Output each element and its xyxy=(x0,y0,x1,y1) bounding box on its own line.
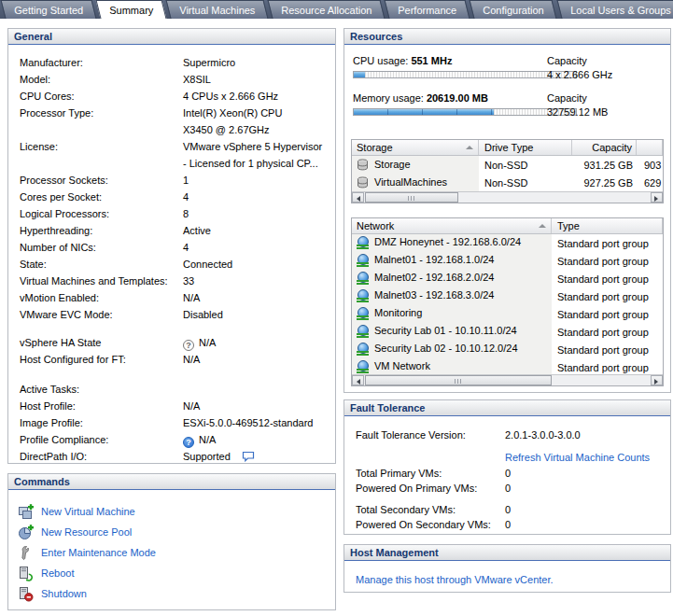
memory-capacity-label: Capacity xyxy=(547,92,587,104)
network-row[interactable]: DMZ Honeynet - 192.168.6.0/24 Standard p… xyxy=(352,234,663,252)
cpu-capacity-value: 4 x 2.666 GHz xyxy=(547,69,612,80)
tab-local-users-groups[interactable]: Local Users & Groups xyxy=(556,0,673,19)
new-resource-pool-command[interactable]: New Resource Pool xyxy=(18,522,335,542)
powered-on-secondary-vms-value: 0 xyxy=(505,519,511,530)
reboot-icon xyxy=(18,566,34,581)
datastore-icon xyxy=(357,176,369,189)
question-gray-icon xyxy=(183,340,194,351)
network-row[interactable]: Malnet01 - 192.168.1.0/24 Standard port … xyxy=(352,252,663,270)
row-model: Model:X8SIL xyxy=(20,71,329,88)
cpu-usage-label: CPU usage: 551 MHz xyxy=(353,55,452,66)
commands-header: Commands xyxy=(8,474,335,490)
total-secondary-vms-label: Total Secondary VMs: xyxy=(356,504,456,515)
port-group-icon xyxy=(357,325,369,339)
memory-capacity-value: 32759.12 MB xyxy=(547,106,608,118)
scroll-thumb[interactable] xyxy=(365,192,458,203)
capacity-column-header[interactable]: Capacity xyxy=(572,140,637,155)
scroll-right-button[interactable] xyxy=(651,192,663,203)
port-group-icon xyxy=(357,343,369,357)
tab-virtual-machines[interactable]: Virtual Machines xyxy=(166,0,269,19)
general-header: General xyxy=(8,29,335,45)
storage-row[interactable]: Storage Non-SSD 931.25 GB 903 xyxy=(352,156,663,174)
network-horizontal-scrollbar[interactable] xyxy=(352,374,663,385)
total-primary-vms-value: 0 xyxy=(505,468,511,479)
scroll-left-button[interactable] xyxy=(352,192,364,203)
scroll-left-button[interactable] xyxy=(352,375,364,385)
cpu-usage-bar xyxy=(353,71,577,78)
row-license: License:VMware vSphere 5 Hypervisor - Li… xyxy=(20,138,329,172)
memory-usage-label: Memory usage: 20619.00 MB xyxy=(353,92,488,104)
tab-getting-started[interactable]: Getting Started xyxy=(1,0,97,19)
row-number-of-nics: Number of NICs:4 xyxy=(20,239,329,256)
network-row[interactable]: Malnet03 - 192.168.3.0/24 Standard port … xyxy=(352,287,663,305)
row-image-profile: Image Profile:ESXi-5.0.0-469512-standard xyxy=(20,414,329,431)
tab-summary[interactable]: Summary xyxy=(96,0,167,19)
question-blue-icon xyxy=(183,437,194,448)
storage-row[interactable]: VirtualMachines Non-SSD 927.25 GB 629 xyxy=(352,174,663,191)
network-row[interactable]: Security Lab 02 - 10.10.12.0/24 Standard… xyxy=(352,341,663,358)
manage-host-vcenter-link[interactable]: Manage this host through VMware vCenter. xyxy=(356,574,554,585)
cpu-capacity-label: Capacity xyxy=(547,55,587,66)
maintenance-icon xyxy=(18,545,34,561)
fault-tolerance-panel: Fault Tolerance Fault Tolerance Version:… xyxy=(344,399,671,535)
row-directpath-io: DirectPath I/O:Supported xyxy=(20,448,329,465)
powered-on-primary-vms-value: 0 xyxy=(505,483,511,494)
storage-column-header[interactable]: Storage xyxy=(352,140,479,155)
enter-maintenance-mode-command[interactable]: Enter Maintenance Mode xyxy=(18,542,335,563)
port-group-icon xyxy=(357,360,369,374)
row-active-tasks: Active Tasks: xyxy=(20,381,329,398)
shutdown-command[interactable]: Shutdown xyxy=(18,583,335,604)
network-row[interactable]: Malnet02 - 192.168.2.0/24 Standard port … xyxy=(352,270,663,287)
row-host-configured-ft: Host Configured for FT:N/A xyxy=(20,351,329,368)
row-manufacturer: Manufacturer:Supermicro xyxy=(20,54,329,71)
type-column-header[interactable]: Type xyxy=(552,218,663,233)
network-column-header[interactable]: Network xyxy=(352,218,552,233)
fault-tolerance-header: Fault Tolerance xyxy=(344,400,670,416)
shutdown-icon xyxy=(18,586,34,602)
row-cores-per-socket: Cores per Socket:4 xyxy=(20,189,329,205)
tab-resource-allocation[interactable]: Resource Allocation xyxy=(268,0,386,19)
host-management-header: Host Management xyxy=(344,545,670,561)
total-primary-vms-label: Total Primary VMs: xyxy=(356,468,442,479)
port-group-icon xyxy=(357,272,369,286)
powered-on-primary-vms-label: Powered On Primary VMs: xyxy=(356,483,477,494)
tab-performance[interactable]: Performance xyxy=(385,0,470,19)
network-row[interactable]: Monitoring Standard port group xyxy=(352,305,663,323)
powered-on-secondary-vms-label: Powered On Secondary VMs: xyxy=(356,519,491,530)
port-group-icon xyxy=(357,254,369,268)
drive-type-column-header[interactable]: Drive Type xyxy=(479,140,572,155)
commands-panel: Commands New Virtual Machine New Resourc… xyxy=(7,473,336,610)
tab-bar: Getting Started Summary Virtual Machines… xyxy=(0,0,673,19)
memory-usage-bar xyxy=(353,108,577,116)
reboot-command[interactable]: Reboot xyxy=(18,563,335,583)
refresh-vm-counts-link[interactable]: Refresh Virtual Machine Counts xyxy=(505,452,650,463)
row-profile-compliance: Profile Compliance:N/A xyxy=(20,431,329,448)
sort-ascending-icon xyxy=(466,146,473,149)
datastore-icon xyxy=(357,159,369,171)
row-vsphere-ha-state: vSphere HA StateN/A xyxy=(20,334,329,351)
tab-configuration[interactable]: Configuration xyxy=(470,0,557,19)
host-management-panel: Host Management Manage this host through… xyxy=(344,544,671,593)
sort-ascending-icon xyxy=(539,224,546,228)
ft-version-value: 2.0.1-3.0.0-3.0.0 xyxy=(505,429,581,441)
network-table: Network Type DMZ Honeynet - 192.168.6.0/… xyxy=(351,217,664,386)
storage-horizontal-scrollbar[interactable] xyxy=(352,191,663,203)
new-virtual-machine-command[interactable]: New Virtual Machine xyxy=(18,501,335,522)
row-cpu-cores: CPU Cores:4 CPUs x 2.666 GHz xyxy=(20,88,329,105)
network-row[interactable]: Security Lab 01 - 10.10.11.0/24 Standard… xyxy=(352,323,663,341)
row-evc-mode: VMware EVC Mode:Disabled xyxy=(20,306,329,323)
resources-header: Resources xyxy=(344,29,670,45)
row-processor-type: Processor Type:Intel(R) Xeon(R) CPU X345… xyxy=(20,105,329,138)
clipped-column-header[interactable] xyxy=(637,140,663,155)
port-group-icon xyxy=(357,236,369,250)
new-vm-icon xyxy=(18,504,34,520)
row-vmotion-enabled: vMotion Enabled:N/A xyxy=(20,289,329,306)
comment-bubble-icon[interactable] xyxy=(242,451,255,462)
new-resource-pool-icon xyxy=(18,525,34,540)
total-secondary-vms-value: 0 xyxy=(505,504,511,515)
scroll-thumb[interactable] xyxy=(365,375,552,385)
row-vms-and-templates: Virtual Machines and Templates:33 xyxy=(20,273,329,289)
scroll-right-button[interactable] xyxy=(651,375,663,385)
port-group-icon xyxy=(357,307,369,321)
row-processor-sockets: Processor Sockets:1 xyxy=(20,172,329,189)
